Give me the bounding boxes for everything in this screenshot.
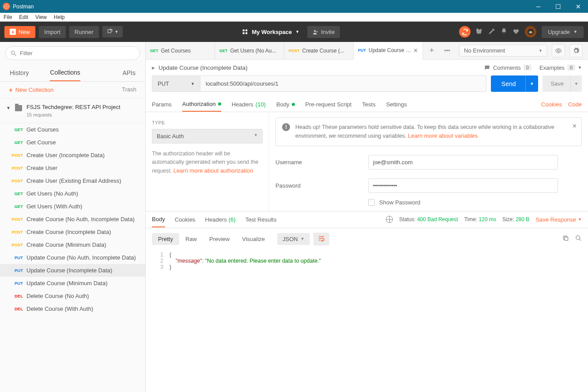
capture-icon[interactable] [476,28,483,36]
request-item[interactable]: GETGet Course [0,136,145,149]
new-window-button[interactable]: ▼ [102,26,123,38]
request-name: Create Course (Incomplete Data) [26,229,111,235]
resp-tab-headers[interactable]: Headers (6) [205,216,236,223]
search-response-button[interactable] [575,235,582,243]
environment-settings-button[interactable] [569,44,583,57]
request-tab[interactable]: POSTCreate Course (... [284,42,354,59]
request-item[interactable]: POSTCreate Course (Incomplete Data) [0,226,145,238]
environment-selector[interactable]: No Environment ▼ [459,45,547,57]
filter-input[interactable] [5,46,140,60]
request-item[interactable]: POSTCreate User [0,162,145,174]
banner-close-button[interactable]: ✕ [572,122,577,131]
request-tab[interactable]: PUTUpdate Course (I...✕ [354,42,423,60]
response-body[interactable]: 1{2 "message": "No data entered. Please … [146,250,588,272]
subtab-settings[interactable]: Settings [386,98,407,111]
subtab-body[interactable]: Body [276,98,295,111]
resp-tab-body[interactable]: Body [152,216,165,227]
auth-learn-more-link[interactable]: Learn more about authorization [173,167,253,174]
subtab-headers[interactable]: Headers (10) [232,98,266,111]
method-selector[interactable]: PUT ▼ [152,75,200,92]
request-item[interactable]: DELDelete Course (No Auth) [0,290,145,302]
menu-view[interactable]: View [35,14,47,20]
send-options-button[interactable]: ▼ [525,75,539,92]
auth-type-selector[interactable]: Basic Auth ▼ [152,129,263,143]
request-item[interactable]: PUTUpdate Course (No Auth, Incomplete Da… [0,251,145,264]
upgrade-button[interactable]: Upgrade ▼ [542,26,584,38]
subtab-prerequest[interactable]: Pre-request Script [305,98,352,111]
request-item[interactable]: GETGet Courses [0,123,145,136]
minimize-button[interactable]: ─ [528,0,548,13]
request-item[interactable]: POSTCreate Course (No Auth, Incomplete D… [0,213,145,226]
upgrade-label: Upgrade [548,29,570,35]
menu-file[interactable]: File [4,14,12,20]
subtab-params[interactable]: Params [152,98,172,111]
mode-visualize[interactable]: Visualize [236,233,271,245]
close-tab-button[interactable]: ✕ [411,47,418,54]
environment-quicklook-button[interactable] [552,44,565,57]
sync-button[interactable] [459,26,471,38]
tab-options-button[interactable]: ••• [441,42,454,59]
close-window-button[interactable]: ✕ [568,0,588,13]
request-tab[interactable]: GETGet Courses [146,42,215,59]
collapse-icon[interactable]: ▼ [6,106,11,110]
subtab-tests[interactable]: Tests [362,98,375,111]
resp-tab-cookies[interactable]: Cookies [175,216,196,223]
password-input[interactable] [368,178,558,193]
request-title: Update Course (Incomplete Data) [158,64,248,71]
new-collection-button[interactable]: + New Collection [9,86,53,94]
trash-link[interactable]: Trash [122,86,136,94]
format-selector[interactable]: JSON ▼ [277,233,310,245]
notifications-icon[interactable] [501,28,507,36]
menu-edit[interactable]: Edit [19,14,28,20]
tab-history[interactable]: History [10,65,29,81]
tab-collections[interactable]: Collections [50,64,80,81]
heart-icon[interactable] [513,28,520,36]
url-input[interactable] [200,75,486,92]
collection-header[interactable]: ▼ FSJS Techdegree: REST API Project 15 r… [0,98,145,123]
settings-icon[interactable] [488,28,495,36]
size-label: Size: 280 B [502,216,529,222]
mode-preview[interactable]: Preview [203,233,236,245]
tab-apis[interactable]: APIs [122,65,136,81]
request-item[interactable]: POSTCreate User (Incomplete Data) [0,149,145,162]
request-tab[interactable]: GETGet Users (No Au... [215,42,284,59]
request-item[interactable]: PUTUpdate Course (Minimum Data) [0,277,145,290]
examples-label: Examples [539,64,565,71]
request-item[interactable]: GETGet Users (With Auth) [0,200,145,213]
new-button[interactable]: + New [4,26,35,38]
request-item[interactable]: PUTUpdate Course (Incomplete Data) [0,264,145,277]
examples-button[interactable]: Examples 0 ▼ [539,64,582,71]
user-avatar[interactable] [525,26,536,38]
mode-raw[interactable]: Raw [179,233,203,245]
wrap-lines-button[interactable] [313,233,329,245]
globe-icon[interactable] [386,216,393,223]
resp-tab-tests[interactable]: Test Results [245,216,277,223]
username-input[interactable] [368,155,558,170]
caret-down-icon: ▼ [191,82,195,86]
request-item[interactable]: POSTCreate Course (Minimum Data) [0,238,145,251]
save-button[interactable]: Save [543,75,572,92]
request-item[interactable]: DELDelete Course (With Auth) [0,302,145,315]
save-response-button[interactable]: Save Response ▼ [535,216,582,223]
subtab-authorization[interactable]: Authorization [182,97,221,112]
comments-button[interactable]: Comments 0 [484,64,531,71]
request-item[interactable]: GETGet Users (No Auth) [0,187,145,200]
maximize-button[interactable]: ☐ [548,0,568,13]
runner-button[interactable]: Runner [69,26,99,38]
copy-button[interactable] [562,235,569,243]
new-tab-button[interactable]: + [423,42,441,59]
import-button[interactable]: Import [39,26,66,38]
code-link[interactable]: Code [568,101,582,108]
save-options-button[interactable]: ▼ [570,75,582,92]
variables-learn-more-link[interactable]: Learn more about variables [408,132,478,139]
invite-button[interactable]: Invite [307,26,340,38]
workspace-selector[interactable]: My Workspace ▼ [242,29,299,35]
show-password-checkbox[interactable] [368,199,375,206]
cookies-link[interactable]: Cookies [541,101,562,108]
request-item[interactable]: POSTCreate User (Existing Email Address) [0,174,145,187]
expand-icon[interactable]: ▸ [152,64,155,71]
send-button[interactable]: Send [491,75,527,92]
menu-help[interactable]: Help [54,14,65,20]
method-tag: PUT [9,255,23,260]
mode-pretty[interactable]: Pretty [152,233,179,245]
